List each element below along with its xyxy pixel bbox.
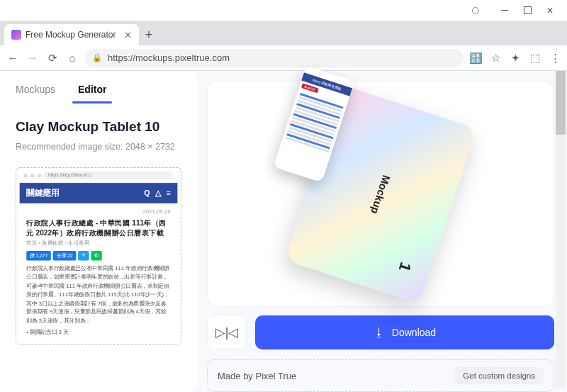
window-minimize-button[interactable] <box>493 2 516 19</box>
window-close-button[interactable] <box>539 2 561 19</box>
telegram-icon: ✈ <box>78 251 89 260</box>
translate-icon[interactable]: 🔠 <box>469 52 482 65</box>
mini-banner: 關鍵應用 Q △ ≡ <box>20 183 178 203</box>
mini-paragraph: 行政院人事行政總處已公布中華民國 111 年政府行政機關辦公日曆表，如果需要計畫… <box>26 265 171 326</box>
line-icon: ◐ <box>91 251 102 260</box>
flip-button[interactable]: ▷|◁ <box>207 315 247 349</box>
forward-button[interactable]: → <box>26 51 40 65</box>
profile-icon[interactable]: ⬚ <box>529 52 541 65</box>
action-bar: ▷|◁ ⭳ Download <box>207 315 554 349</box>
sidebar-tabs: Mockups Editor <box>16 84 181 102</box>
download-label: Download <box>392 327 436 338</box>
mini-date: 2021-05-28 <box>26 209 171 215</box>
window-status-dot <box>472 7 479 14</box>
favicon-icon <box>11 30 21 40</box>
address-bar[interactable]: 🔒 https://mockups.pixeltrue.com <box>85 49 464 67</box>
back-button[interactable]: ← <box>6 51 20 65</box>
get-custom-designs-button[interactable]: Get custom designs <box>454 367 544 384</box>
dropzone-preview: https://key.chtouch.c 關鍵應用 Q △ ≡ 2021-05… <box>20 168 178 345</box>
image-dropzone[interactable]: https://key.chtouch.c 關鍵應用 Q △ ≡ 2021-05… <box>16 167 181 345</box>
hamburger-icon: ≡ <box>167 189 171 197</box>
browser-tab[interactable]: Free Mockup Generator ✕ <box>4 24 139 45</box>
url-text: https://mockups.pixeltrue.com <box>108 52 230 63</box>
reload-button[interactable]: ⟳ <box>45 51 60 65</box>
page-content: Mockups Editor Clay Mockup Tablet 10 Rec… <box>0 71 567 392</box>
browser-tabstrip: Free Mockup Generator ✕ + <box>0 21 567 45</box>
search-icon: Q <box>144 189 150 197</box>
tab-close-icon[interactable]: ✕ <box>124 30 132 40</box>
tab-mockups[interactable]: Mockups <box>16 84 55 102</box>
home-button[interactable]: ⌂ <box>65 51 79 65</box>
mini-bullet: • 開國紀念日 3 天 <box>26 329 171 337</box>
footer-cta: Made by Pixel True Get custom designs <box>207 359 554 392</box>
scrollbar-thumb[interactable] <box>556 71 566 135</box>
mini-url: https://key.chtouch.c <box>44 171 173 179</box>
download-button[interactable]: ⭳ Download <box>255 315 554 349</box>
editor-sidebar: Mockups Editor Clay Mockup Tablet 10 Rec… <box>0 71 197 392</box>
browser-toolbar: ← → ⟳ ⌂ 🔒 https://mockups.pixeltrue.com … <box>0 45 567 71</box>
tab-editor[interactable]: Editor <box>78 84 106 102</box>
mini-share-buttons: 讚 1,277 分享 22 ✈ ◐ <box>26 251 171 260</box>
bell-icon: △ <box>155 189 161 197</box>
mini-browser-top: https://key.chtouch.c <box>20 168 178 183</box>
share-badge: 分享 22 <box>53 251 76 260</box>
new-tab-button[interactable]: + <box>139 24 159 45</box>
lock-icon: 🔒 <box>92 53 102 62</box>
bookmark-icon[interactable]: ☆ <box>489 52 502 65</box>
window-titlebar <box>0 0 567 21</box>
mockup-preview: Mockup 1 Word 銷售轉售服務 服務項目 <box>207 81 554 307</box>
made-by-label: Made by Pixel True <box>218 371 296 381</box>
flip-icon: ▷|◁ <box>215 325 239 340</box>
window-maximize-button[interactable] <box>516 2 539 19</box>
download-icon: ⭳ <box>374 326 385 339</box>
tab-title: Free Mockup Generator <box>26 30 116 40</box>
main-area: Mockup 1 Word 銷售轉售服務 服務項目 <box>197 71 567 392</box>
mini-breadcrumb: 首頁 › 免費軟體 › 生活應用 <box>26 240 171 247</box>
mini-banner-title: 關鍵應用 <box>26 187 59 198</box>
mockup-title: Clay Mockup Tablet 10 <box>16 119 181 135</box>
menu-icon[interactable]: ⋮ <box>549 52 561 65</box>
tablet-label: Mockup <box>369 173 393 215</box>
tablet-number: 1 <box>395 259 415 274</box>
recommended-size: Recommended image size: 2048 × 2732 <box>16 142 181 152</box>
vertical-scrollbar[interactable] <box>556 71 566 388</box>
mini-heading: 行政院人事行政總處 - 中華民國 111年（西元 2022年）政府行政機關辦公日… <box>26 218 171 237</box>
like-badge: 讚 1,277 <box>26 251 51 260</box>
device-group: Mockup 1 Word 銷售轉售服務 服務項目 <box>285 84 477 303</box>
extensions-icon[interactable]: ✦ <box>509 52 522 65</box>
